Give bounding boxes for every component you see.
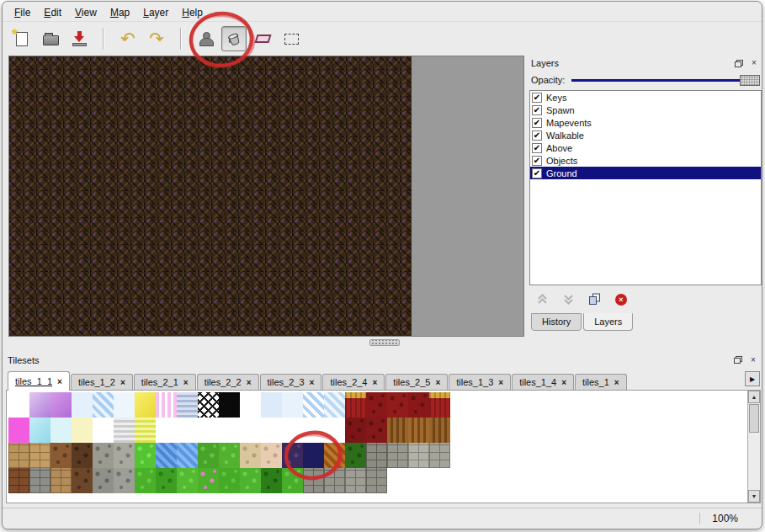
palette-tile[interactable] bbox=[198, 468, 219, 493]
fill-tool-button[interactable] bbox=[221, 26, 247, 51]
select-tool-button[interactable] bbox=[279, 26, 304, 51]
palette-tile[interactable] bbox=[72, 418, 93, 443]
close-panel-button[interactable]: × bbox=[748, 58, 760, 69]
palette-tile[interactable] bbox=[240, 392, 261, 418]
palette-tile[interactable] bbox=[387, 468, 408, 493]
tileset-tab-tiles_2_1[interactable]: tiles_2_1× bbox=[134, 374, 196, 390]
palette-tile[interactable] bbox=[408, 443, 429, 468]
palette-tile[interactable] bbox=[240, 418, 261, 443]
palette-tile[interactable] bbox=[135, 468, 156, 493]
palette-tile[interactable] bbox=[324, 468, 345, 493]
palette-tile[interactable] bbox=[93, 418, 114, 443]
palette-tile[interactable] bbox=[387, 418, 408, 443]
palette-tile[interactable] bbox=[8, 468, 29, 493]
layer-visibility-checkbox[interactable]: ✔ bbox=[532, 105, 542, 115]
map-canvas[interactable] bbox=[8, 56, 524, 337]
eraser-tool-button[interactable] bbox=[250, 26, 275, 51]
layer-row-keys[interactable]: ✔Keys bbox=[530, 91, 761, 104]
palette-tile[interactable] bbox=[177, 443, 198, 468]
tab-close-icon[interactable]: × bbox=[498, 378, 503, 387]
palette-tile[interactable] bbox=[387, 392, 408, 418]
menu-layer[interactable]: Layer bbox=[136, 5, 175, 20]
tileset-tab-tiles_1_3[interactable]: tiles_1_3× bbox=[449, 374, 511, 390]
delete-layer-button[interactable]: × bbox=[615, 294, 627, 306]
scroll-up-button[interactable]: ▲ bbox=[748, 391, 760, 403]
palette-tile[interactable] bbox=[345, 443, 366, 468]
tab-close-icon[interactable]: × bbox=[614, 378, 619, 387]
palette-tile[interactable] bbox=[29, 418, 50, 443]
layer-visibility-checkbox[interactable]: ✔ bbox=[532, 130, 542, 141]
tileset-tab-tiles_1_4[interactable]: tiles_1_4× bbox=[512, 374, 574, 390]
palette-tile[interactable] bbox=[29, 443, 50, 468]
palette-tile[interactable] bbox=[50, 418, 72, 443]
palette-tile[interactable] bbox=[135, 418, 156, 443]
scrollbar-grip[interactable] bbox=[369, 339, 400, 346]
redo-button[interactable]: ↷ bbox=[144, 26, 169, 51]
palette-tile[interactable] bbox=[156, 443, 177, 468]
palette-tile[interactable] bbox=[261, 443, 282, 468]
layer-row-ground[interactable]: ✔Ground bbox=[530, 167, 761, 179]
menu-view[interactable]: View bbox=[68, 5, 104, 20]
palette-tile[interactable] bbox=[219, 392, 240, 418]
palette-tile[interactable] bbox=[50, 468, 72, 493]
palette-tile[interactable] bbox=[93, 468, 114, 493]
palette-tile[interactable] bbox=[282, 418, 303, 443]
palette-tile[interactable] bbox=[198, 418, 219, 443]
tab-close-icon[interactable]: × bbox=[435, 378, 440, 387]
raise-layer-button[interactable] bbox=[536, 293, 549, 306]
tileset-tab-tiles_2_4[interactable]: tiles_2_4× bbox=[322, 374, 385, 390]
palette-tile[interactable] bbox=[282, 392, 303, 418]
palette-tile[interactable] bbox=[29, 468, 50, 493]
palette-tile[interactable] bbox=[156, 418, 177, 443]
palette-tile[interactable] bbox=[198, 443, 219, 468]
palette-tile[interactable] bbox=[156, 468, 177, 493]
tab-history[interactable]: History bbox=[531, 313, 582, 331]
palette-tile[interactable] bbox=[8, 392, 29, 418]
palette-tile[interactable] bbox=[177, 468, 198, 493]
palette-tile[interactable] bbox=[135, 443, 156, 468]
tab-close-icon[interactable]: × bbox=[120, 378, 125, 387]
palette-tile[interactable] bbox=[261, 418, 282, 443]
palette-tile[interactable] bbox=[114, 468, 135, 493]
layer-visibility-checkbox[interactable]: ✔ bbox=[532, 118, 542, 128]
palette-tile[interactable] bbox=[324, 443, 345, 468]
palette-tile[interactable] bbox=[345, 418, 366, 443]
tab-close-icon[interactable]: × bbox=[183, 378, 189, 387]
palette-tile[interactable] bbox=[93, 443, 114, 468]
palette-tile[interactable] bbox=[135, 392, 156, 418]
tab-scroll-right-button[interactable]: ▶ bbox=[745, 371, 760, 386]
palette-tile[interactable] bbox=[240, 443, 261, 468]
layer-row-spawn[interactable]: ✔Spawn bbox=[530, 104, 761, 116]
palette-tile[interactable] bbox=[93, 392, 114, 418]
palette-tile[interactable] bbox=[29, 392, 50, 418]
layer-visibility-checkbox[interactable]: ✔ bbox=[532, 168, 542, 178]
opacity-slider[interactable] bbox=[571, 74, 760, 86]
palette-tile[interactable] bbox=[324, 418, 345, 443]
palette-tile[interactable] bbox=[114, 392, 135, 418]
duplicate-layer-button[interactable] bbox=[588, 293, 602, 306]
lower-layer-button[interactable] bbox=[562, 293, 575, 306]
palette-tile[interactable] bbox=[366, 468, 387, 493]
palette-tile[interactable] bbox=[408, 468, 429, 493]
palette-tile[interactable] bbox=[387, 443, 408, 468]
palette-tile[interactable] bbox=[261, 392, 282, 418]
layer-row-above[interactable]: ✔Above bbox=[530, 141, 761, 154]
tileset-tab-tiles_1_2[interactable]: tiles_1_2× bbox=[71, 374, 133, 390]
palette-tile[interactable] bbox=[345, 468, 366, 493]
menu-edit[interactable]: Edit bbox=[37, 5, 68, 20]
palette-tile[interactable] bbox=[324, 392, 345, 418]
palette-tile[interactable] bbox=[177, 418, 198, 443]
tileset-tab-tiles_1_1[interactable]: tiles_1_1× bbox=[8, 371, 70, 391]
palette-tile[interactable] bbox=[8, 418, 29, 443]
tab-close-icon[interactable]: × bbox=[57, 377, 62, 386]
scrollbar-thumb[interactable] bbox=[749, 404, 759, 433]
layer-row-walkable[interactable]: ✔Walkable bbox=[530, 129, 761, 141]
detach-panel-button[interactable] bbox=[733, 58, 745, 69]
undo-button[interactable]: ↶ bbox=[115, 26, 141, 51]
palette-tile[interactable] bbox=[50, 443, 72, 468]
palette-tile[interactable] bbox=[282, 443, 303, 468]
palette-tile[interactable] bbox=[429, 392, 450, 418]
tab-close-icon[interactable]: × bbox=[310, 378, 315, 387]
stamp-tool-button[interactable] bbox=[193, 26, 218, 51]
palette-tile[interactable] bbox=[408, 418, 429, 443]
